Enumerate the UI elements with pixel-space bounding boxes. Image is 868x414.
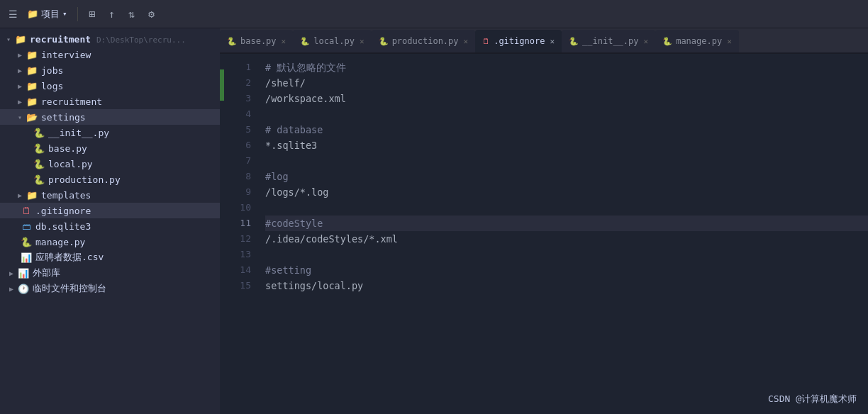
ln-7: 7 [224,153,260,169]
init-py-label: __init__.py [48,128,109,138]
tree-item-production-py[interactable]: 🐍 production.py [0,172,220,187]
code-line-7 [265,153,868,169]
line-numbers: 1 2 3 4 5 6 7 8 9 10 11 12 13 14 [224,54,260,414]
gitignore-label: .gitignore [35,206,91,216]
jobs-label: jobs [41,65,63,76]
gitignore-file-icon: 🗒 [20,204,33,217]
code-line-4 [265,106,868,122]
code-line-8: #log [265,169,868,184]
project-arrow-icon: ▾ [62,9,67,18]
ln-10: 10 [224,200,260,216]
tab-manage-py[interactable]: 🐍 manage.py ✕ [655,30,739,52]
csv-label: 应聘者数据.csv [35,251,104,264]
toolbar-btn-1[interactable]: ⊞ [84,6,101,23]
jobs-folder-icon: 📁 [26,64,38,77]
tab-production-py-close[interactable]: ✕ [464,37,469,46]
tab-base-py[interactable]: 🐍 base.py ✕ [220,30,293,52]
db-label: db.sqlite3 [35,221,91,232]
tree-root[interactable]: ▾ 📁 recruitment D:\DeskTop\recru... [0,31,220,47]
tab-init-py-close[interactable]: ✕ [644,37,649,46]
ln-4: 4 [224,106,260,122]
settings-label: settings [41,112,86,123]
tab-production-py-icon: 🐍 [379,37,389,46]
toolbar-btn-2[interactable]: ↑ [104,6,121,23]
tab-production-py[interactable]: 🐍 production.py ✕ [372,30,476,52]
code-line-12: /.idea/codeStyles/*.xml [265,231,868,247]
tree-item-db[interactable]: 🗃 db.sqlite3 [0,218,220,234]
root-arrow-icon: ▾ [3,35,14,43]
tabbar: 🐍 base.py ✕ 🐍 local.py ✕ 🐍 production.py… [220,28,868,54]
external-libs-icon: 📊 [17,267,30,279]
tree-item-gitignore[interactable]: 🗒 .gitignore [0,203,220,218]
project-selector[interactable]: 📁 项目 ▾ [23,6,72,22]
tab-production-py-label: production.py [392,36,459,46]
tree-item-interview[interactable]: ▶ 📁 interview [0,47,220,62]
ln-15: 15 [224,278,260,293]
db-file-icon: 🗃 [20,220,33,233]
toolbar: ☰ 📁 项目 ▾ ⊞ ↑ ⇅ ⚙ [0,0,868,28]
code-line-1: # 默认忽略的文件 [265,60,868,75]
toolbar-btn-4[interactable]: ⚙ [143,6,160,23]
production-py-label: production.py [48,174,121,185]
tree-item-init-py[interactable]: 🐍 __init__.py [0,125,220,140]
tab-manage-py-label: manage.py [676,36,722,46]
external-libs-arrow-icon: ▶ [6,269,17,277]
recruitment-label: recruitment [41,96,102,107]
manage-py-icon: 🐍 [20,235,33,248]
separator-1 [77,7,78,21]
ln-1: 1 [224,60,260,75]
tree-item-jobs[interactable]: ▶ 📁 jobs [0,62,220,78]
code-area[interactable]: # 默认忽略的文件 /shelf/ /workspace.xml # datab… [260,54,868,414]
tab-init-py[interactable]: 🐍 __init__.py ✕ [562,30,655,52]
interview-label: interview [41,50,91,60]
root-label: recruitment D:\DeskTop\recru... [30,34,186,45]
ln-11: 11 [224,216,260,231]
tab-gitignore[interactable]: 🗒 .gitignore ✕ [475,30,562,52]
tab-init-py-icon: 🐍 [569,37,579,46]
logs-folder-icon: 📁 [26,79,38,92]
tree-item-templates[interactable]: ▶ 📁 templates [0,187,220,203]
tab-gitignore-label: .gitignore [494,36,545,46]
sidebar: ▾ 📁 recruitment D:\DeskTop\recru... ▶ 📁 … [0,28,220,414]
tab-base-py-icon: 🐍 [227,37,237,46]
tab-local-py[interactable]: 🐍 local.py ✕ [293,30,371,52]
toolbar-btn-3[interactable]: ⇅ [123,6,140,23]
jobs-arrow-icon: ▶ [14,67,26,74]
root-folder-icon: 📁 [14,33,27,45]
tree-item-temp-files[interactable]: ▶ 🕐 临时文件和控制台 [0,281,220,296]
interview-arrow-icon: ▶ [14,51,26,59]
templates-folder-icon: 📁 [26,189,38,201]
ln-13: 13 [224,247,260,262]
tab-gitignore-icon: 🗒 [482,37,490,46]
recruitment-folder-icon: 📁 [26,95,38,108]
tree-item-csv[interactable]: 📊 应聘者数据.csv [0,250,220,265]
tab-manage-py-icon: 🐍 [662,37,672,46]
tree-item-logs[interactable]: ▶ 📁 logs [0,78,220,94]
menu-icon[interactable]: ☰ [6,7,20,21]
tab-base-py-label: base.py [240,36,277,46]
tree-item-external-libs[interactable]: ▶ 📊 外部库 [0,265,220,281]
init-py-icon: 🐍 [33,126,45,139]
logs-label: logs [41,81,63,91]
production-py-icon: 🐍 [33,173,45,186]
tab-base-py-close[interactable]: ✕ [282,37,286,46]
tab-local-py-icon: 🐍 [300,37,310,46]
tab-gitignore-close[interactable]: ✕ [550,37,555,46]
settings-folder-icon: 📂 [26,111,38,123]
tab-local-py-close[interactable]: ✕ [360,37,365,46]
tab-local-py-label: local.py [313,36,355,46]
local-py-label: local.py [48,159,93,169]
recruitment-arrow-icon: ▶ [14,98,26,106]
base-py-label: base.py [48,143,87,154]
tree-item-recruitment[interactable]: ▶ 📁 recruitment [0,94,220,109]
tree-item-local-py[interactable]: 🐍 local.py [0,156,220,172]
settings-arrow-icon: ▾ [14,113,26,121]
temp-files-label: 临时文件和控制台 [33,282,106,295]
code-line-14: #setting [265,262,868,278]
tree-item-base-py[interactable]: 🐍 base.py [0,140,220,156]
tab-manage-py-close[interactable]: ✕ [727,37,732,46]
code-line-9: /logs/*.log [265,184,868,200]
tree-item-settings[interactable]: ▾ 📂 settings [0,109,220,125]
interview-folder-icon: 📁 [26,48,38,61]
tree-item-manage-py[interactable]: 🐍 manage.py [0,234,220,250]
